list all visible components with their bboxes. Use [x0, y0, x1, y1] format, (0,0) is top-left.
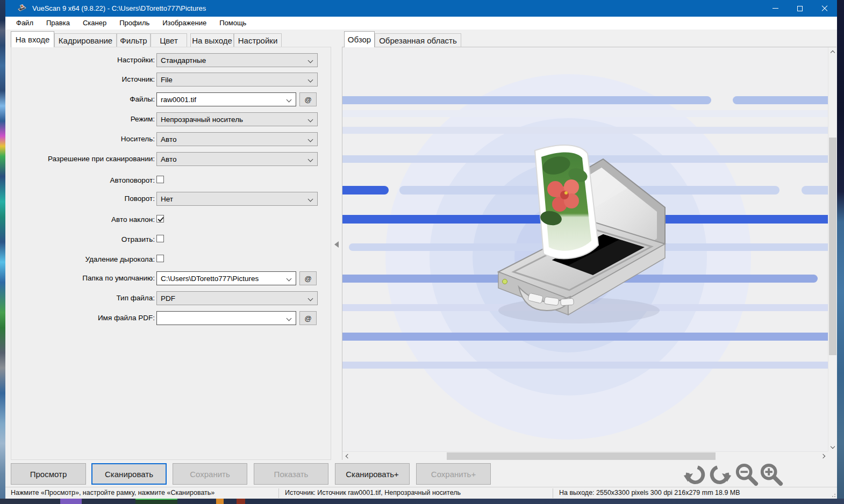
preview-horizontal-scrollbar[interactable]: [342, 451, 828, 460]
field-label-hole-removal: Удаление дырокола:: [11, 255, 155, 263]
rotation-select-value: Нет: [161, 195, 173, 203]
field-label-autorotate: Автоповорот:: [11, 176, 155, 184]
status-separator: [278, 488, 279, 498]
menu-scanner[interactable]: Сканер: [76, 17, 113, 30]
minimize-button[interactable]: [763, 0, 788, 17]
rotation-select[interactable]: Нет: [156, 192, 318, 206]
chevron-down-icon: [308, 77, 313, 83]
chevron-down-icon: [308, 117, 313, 123]
at-icon: @: [304, 314, 311, 322]
splash-stripe: [802, 186, 828, 195]
rotate-counterclockwise-icon[interactable]: [682, 462, 706, 487]
splash-stripe: [342, 186, 389, 195]
field-label-pdf-filename: Имя файла PDF:: [11, 314, 155, 322]
scan-plus-button[interactable]: Сканировать+: [335, 463, 410, 485]
splash-stripe: [342, 127, 828, 134]
menu-image[interactable]: Изображение: [156, 17, 213, 30]
field-label-settings: Настройки:: [11, 56, 155, 64]
status-output: На выходе: 2550x3300 pixels 300 dpi 216x…: [559, 489, 740, 496]
tab-preview[interactable]: Обзор: [344, 31, 375, 47]
menu-help[interactable]: Помощь: [213, 17, 253, 30]
field-label-auto-skew: Авто наклон:: [11, 215, 155, 224]
splash-stripe: [342, 333, 828, 341]
pdf-filename-combo[interactable]: [156, 311, 296, 325]
menu-file[interactable]: Файл: [10, 17, 40, 30]
auto-skew-checkbox[interactable]: [156, 215, 164, 222]
settings-select[interactable]: Стандартные: [156, 53, 318, 67]
statusbar: Нажмите «Просмотр», настройте рамку, наж…: [5, 487, 837, 499]
desktop-icon-fragment: [60, 499, 82, 504]
vuescan-scanner-illustration: [488, 138, 676, 331]
default-folder-combo[interactable]: C:\Users\DToretto777\Pictures: [156, 271, 296, 285]
tab-input[interactable]: На входе: [11, 31, 54, 47]
hole-removal-checkbox[interactable]: [156, 255, 164, 262]
splash-stripe: [342, 362, 828, 369]
maximize-icon: [797, 6, 803, 11]
scroll-up-arrow[interactable]: [828, 47, 836, 56]
scroll-right-arrow[interactable]: [819, 452, 828, 460]
desktop-icon-fragment: [216, 499, 224, 504]
scan-button[interactable]: Сканировать: [91, 463, 167, 485]
mirror-checkbox[interactable]: [156, 235, 164, 242]
vertical-scroll-thumb[interactable]: [829, 138, 836, 355]
files-browse-button[interactable]: @: [299, 92, 317, 106]
media-select[interactable]: Авто: [156, 132, 318, 146]
rotate-clockwise-icon[interactable]: [709, 462, 733, 487]
close-icon: [821, 5, 828, 12]
tab-cropped-area[interactable]: Обрезанная область: [375, 33, 461, 47]
save-button[interactable]: Сохранить: [173, 463, 247, 485]
status-hint: Нажмите «Просмотр», настройте рамку, наж…: [11, 489, 214, 496]
files-combo[interactable]: raw0001.tif: [156, 92, 296, 106]
field-label-scan-resolution: Разрешение при сканировании:: [11, 155, 155, 163]
preview-button[interactable]: Просмотр: [11, 463, 86, 485]
status-source: Источник: Источник raw0001.tif, Непрозра…: [285, 489, 461, 496]
source-select[interactable]: File: [156, 73, 318, 87]
titlebar[interactable]: VueScan 9 x64 (9.8.22) - C:\Users\DToret…: [5, 0, 837, 17]
zoom-in-icon[interactable]: [759, 462, 784, 487]
tab-color[interactable]: Цвет: [151, 33, 187, 47]
show-button[interactable]: Показать: [254, 463, 328, 485]
field-label-source: Источник:: [11, 75, 155, 83]
field-label-mode: Режим:: [11, 115, 155, 123]
desktop-icon-fragment: [237, 499, 245, 504]
menu-edit[interactable]: Правка: [40, 17, 76, 30]
field-label-rotation: Поворот:: [11, 195, 155, 203]
scroll-left-arrow[interactable]: [342, 452, 351, 460]
mode-select[interactable]: Непрозрачный носитель: [156, 112, 318, 126]
chevron-down-icon: [308, 296, 313, 301]
vuescan-app-icon: [17, 4, 27, 13]
scroll-down-arrow[interactable]: [828, 443, 836, 451]
default-folder-browse-button[interactable]: @: [299, 271, 317, 285]
desktop-wallpaper-right: [837, 0, 844, 504]
minimize-icon: [773, 8, 778, 9]
autorotate-checkbox[interactable]: [156, 176, 164, 183]
maximize-button[interactable]: [788, 0, 812, 17]
zoom-out-icon[interactable]: [734, 462, 759, 487]
scan-resolution-select[interactable]: Авто: [156, 152, 318, 166]
desktop-icon-fragment: [135, 499, 177, 504]
close-button[interactable]: [812, 0, 837, 17]
panel-collapse-arrow-icon[interactable]: [334, 241, 339, 248]
at-icon: @: [304, 96, 311, 104]
pdf-filename-browse-button[interactable]: @: [299, 311, 317, 325]
file-type-select[interactable]: PDF: [156, 291, 318, 305]
mode-select-value: Непрозрачный носитель: [161, 116, 243, 124]
field-label-files: Файлы:: [11, 95, 155, 103]
chevron-down-icon: [287, 316, 292, 321]
tab-output[interactable]: На выходе: [190, 33, 234, 47]
chevron-down-icon: [287, 97, 292, 103]
menu-profile[interactable]: Профиль: [113, 17, 156, 30]
tab-filter[interactable]: Фильтр: [117, 33, 151, 47]
save-plus-button[interactable]: Сохранить+: [416, 463, 491, 485]
menubar: Файл Правка Сканер Профиль Изображение П…: [5, 17, 837, 30]
tab-crop[interactable]: Кадрирование: [54, 33, 117, 47]
chevron-down-icon: [287, 276, 292, 282]
preview-vertical-scrollbar[interactable]: [828, 47, 836, 451]
default-folder-combo-value: C:\Users\DToretto777\Pictures: [161, 275, 259, 283]
chevron-down-icon: [308, 197, 313, 202]
horizontal-scroll-thumb[interactable]: [447, 452, 716, 460]
scan-resolution-select-value: Авто: [161, 155, 176, 163]
resize-grip-icon[interactable]: [830, 492, 835, 497]
field-label-file-type: Тип файла:: [11, 294, 155, 302]
tab-prefs[interactable]: Настройки: [234, 33, 282, 47]
